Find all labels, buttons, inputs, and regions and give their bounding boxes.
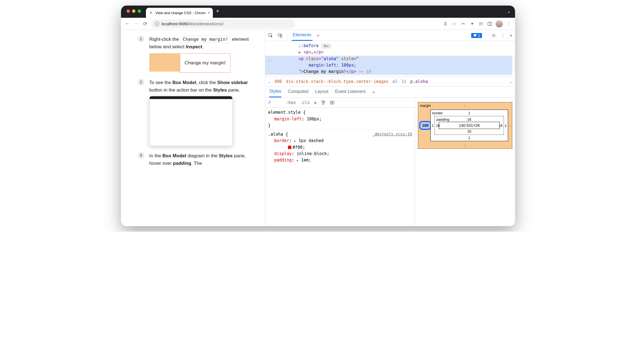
- close-window-icon[interactable]: [127, 9, 130, 13]
- margin-label: margin: [420, 103, 431, 108]
- cls-toggle[interactable]: .cls: [300, 100, 310, 105]
- browser-toolbar: ← → ⟳ i localhost:8080/docs/devtools/css…: [121, 18, 515, 30]
- browser-tab[interactable]: View and change CSS - Chrom ×: [146, 8, 213, 18]
- scissors-icon[interactable]: ✂: [460, 21, 466, 26]
- padding-label: padding: [436, 117, 449, 122]
- tab-title: View and change CSS - Chrom: [155, 11, 205, 15]
- step-1: 1 Right-click the Change my margin! elem…: [138, 36, 257, 73]
- console-messages-badge[interactable]: 1: [471, 33, 482, 38]
- more-tabs-icon[interactable]: »: [317, 33, 320, 38]
- reading-list-icon[interactable]: [478, 21, 484, 26]
- screenshot-thumbnail: [149, 96, 233, 146]
- box-model-diagram[interactable]: margin - - - 100 border 1 1 1 1 padding …: [415, 98, 515, 226]
- show-sidebar-icon[interactable]: [330, 100, 335, 105]
- margin-left-value[interactable]: 100: [419, 121, 431, 130]
- flex-badge[interactable]: flex: [321, 44, 331, 48]
- demo-element[interactable]: Change my margin!: [180, 53, 230, 72]
- new-rule-icon[interactable]: +: [314, 99, 317, 106]
- devtools-panel: Elements » 1 ⋮ ✕ ⋯ ::before flex ▶ <p>…<…: [265, 30, 515, 226]
- styles-rules-panel: :hov .cls + element.style { margin-left:…: [265, 98, 415, 226]
- chrome-menu-icon[interactable]: ⋮: [506, 21, 512, 26]
- tab-layout[interactable]: Layout: [315, 87, 328, 97]
- ellipsis-icon[interactable]: ⋯: [268, 58, 271, 64]
- source-link[interactable]: _devtools.scss:19: [372, 131, 412, 137]
- tab-computed[interactable]: Computed: [288, 87, 309, 97]
- devtools-menu-icon[interactable]: ⋮: [501, 33, 505, 38]
- inline-code: Change my margin!: [180, 36, 231, 43]
- svg-point-4: [493, 35, 494, 36]
- css-rules[interactable]: element.style { margin-left: 100px; } .a…: [265, 108, 415, 165]
- step-3: 3 In the Box Model diagram in the Styles…: [138, 152, 257, 167]
- filter-input[interactable]: [268, 100, 282, 105]
- window-titlebar: View and change CSS - Chrom × + ⌄: [121, 6, 515, 18]
- svg-rect-0: [488, 22, 492, 26]
- margin-highlight: [149, 53, 180, 72]
- bookmark-icon[interactable]: ☆: [451, 21, 457, 26]
- border-label: border: [432, 111, 443, 115]
- device-toggle-icon[interactable]: [277, 33, 282, 38]
- docs-panel: 1 Right-click the Change my margin! elem…: [121, 30, 265, 226]
- more-tabs-icon[interactable]: »: [372, 90, 375, 95]
- back-button[interactable]: ←: [124, 21, 130, 27]
- extensions-icon[interactable]: ✦: [469, 21, 475, 26]
- url-text: localhost:8080/docs/devtools/css/: [161, 21, 223, 26]
- close-devtools-icon[interactable]: ✕: [509, 33, 512, 38]
- side-panel-icon[interactable]: [487, 21, 493, 26]
- omnibox[interactable]: i localhost:8080/docs/devtools/css/: [151, 19, 295, 28]
- step-2: 2 To see the Box Model, click the Show s…: [138, 79, 257, 146]
- svg-rect-5: [323, 103, 324, 105]
- traffic-lights: [127, 9, 141, 13]
- step-number: 1: [138, 36, 144, 42]
- reload-button[interactable]: ⟳: [142, 21, 148, 27]
- maximize-window-icon[interactable]: [138, 9, 141, 13]
- tab-event-listeners[interactable]: Event Listeners: [335, 87, 365, 97]
- paint-icon[interactable]: [321, 100, 326, 105]
- step-number: 3: [138, 152, 144, 159]
- styles-tabs: Styles Computed Layout Event Listeners »: [265, 87, 515, 98]
- chrome-favicon-icon: [149, 11, 153, 15]
- color-swatch-icon[interactable]: [288, 146, 291, 149]
- forward-button[interactable]: →: [133, 21, 139, 27]
- hov-toggle[interactable]: :hov: [286, 100, 296, 105]
- breadcrumb[interactable]: … 400 div.stack.stack--block.type.center…: [265, 77, 515, 87]
- step-number: 2: [138, 79, 144, 85]
- content-dimensions[interactable]: 140.531×28: [439, 122, 500, 129]
- tab-elements[interactable]: Elements: [292, 30, 312, 41]
- styles-filter-bar: :hov .cls +: [265, 98, 415, 108]
- new-tab-button[interactable]: +: [216, 8, 219, 14]
- tab-styles[interactable]: Styles: [269, 87, 281, 97]
- profile-avatar[interactable]: [496, 20, 503, 27]
- dom-tree[interactable]: ⋯ ::before flex ▶ <p>…</p> <p class="alo…: [265, 41, 515, 77]
- minimize-window-icon[interactable]: [132, 9, 135, 13]
- settings-icon[interactable]: [491, 33, 496, 38]
- share-icon[interactable]: [442, 21, 448, 26]
- devtools-toolbar: Elements » 1 ⋮ ✕: [265, 30, 515, 41]
- close-tab-icon[interactable]: ×: [208, 11, 210, 15]
- inspect-icon[interactable]: [268, 33, 273, 38]
- site-info-icon[interactable]: i: [155, 22, 159, 26]
- tabs-dropdown-icon[interactable]: ⌄: [507, 9, 511, 14]
